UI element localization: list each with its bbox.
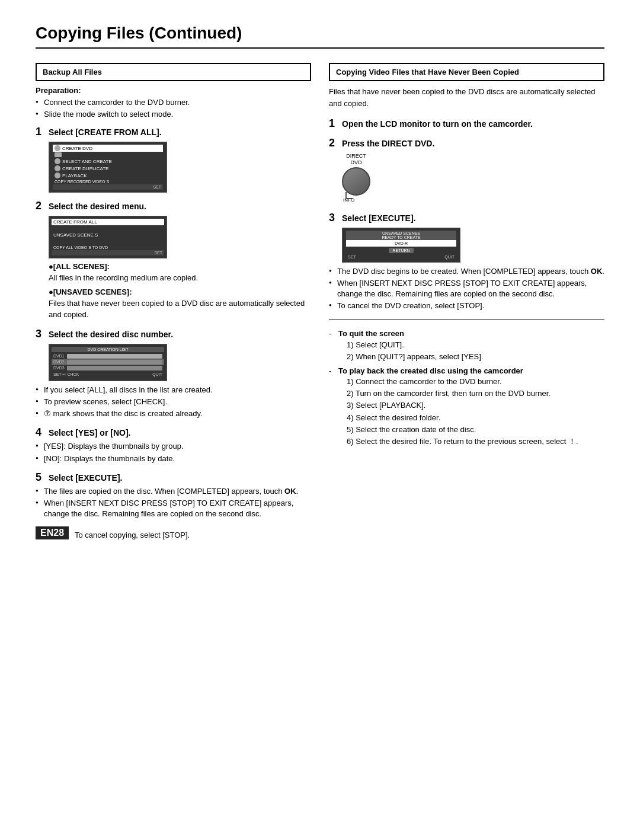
right-step-num-3: 3: [329, 212, 338, 224]
menu-icon: [55, 173, 60, 178]
direct-dvd-label: DIRECTDVD: [342, 153, 370, 166]
right-intro: Files that have never been copied to the…: [329, 86, 604, 109]
step-2: 2 Select the desired menu. CREATE FROM A…: [36, 200, 311, 321]
step-3: 3 Select the desired disc number. DVD CR…: [36, 328, 311, 420]
divider: [329, 320, 604, 320]
step4-bullets: [YES]: Displays the thumbnails by group.…: [36, 441, 311, 464]
screen-row: SELECT AND CREATE: [53, 158, 163, 165]
note-sub-1-2: 2) When [QUIT?] appears, select [YES].: [347, 352, 483, 362]
list-item: The files are copied on the disc. When […: [36, 486, 311, 497]
step-label-1: Select [CREATE FROM ALL].: [49, 127, 162, 137]
note-dash-2: ‑: [329, 366, 335, 376]
screen-1: CREATE DVD SELECT AND CREATE CREATE DUPL…: [49, 142, 167, 193]
step-num-2: 2: [36, 200, 45, 212]
menu-icon: [55, 145, 60, 151]
step-label-5: Select [EXECUTE].: [49, 473, 122, 483]
execute-return-btn[interactable]: RETURN: [389, 248, 413, 253]
screen-row: PLAYBACK: [53, 172, 163, 179]
step-4: 4 Select [YES] or [NO]. [YES]: Displays …: [36, 426, 311, 464]
step3-bullets: If you select [ALL], all discs in the li…: [36, 385, 311, 420]
screen-bottom: SET: [53, 184, 163, 190]
step-1: 1 Select [CREATE FROM ALL]. CREATE DVD S…: [36, 126, 311, 193]
note-sub-1-1: 1) Select [QUIT].: [347, 340, 483, 350]
list-item: Connect the camcorder to the DVD burner.: [36, 97, 311, 108]
disc-bar: [67, 354, 162, 359]
screen-row: [53, 152, 163, 158]
note-sub-2-3: 3) Select [PLAYBACK].: [347, 400, 578, 411]
list-item: If you select [ALL], all discs in the li…: [36, 385, 311, 395]
backup-all-files-header: Backup All Files: [36, 63, 311, 81]
list-item: ⑦ mark shows that the disc is created al…: [36, 408, 311, 419]
list-item: To cancel the DVD creation, select [STOP…: [329, 301, 604, 311]
right-step-label-3: Select [EXECUTE].: [342, 213, 415, 223]
screen-3: DVD CREATION LIST DVD1 DVD2 DVD3 SET ↩ C…: [49, 344, 167, 381]
step-num-5: 5: [36, 471, 45, 484]
disc-bar: [67, 366, 162, 371]
step-5: 5 Select [EXECUTE]. The files are copied…: [36, 471, 311, 520]
disc-bar: [67, 360, 162, 365]
list-item: Slide the mode switch to select mode.: [36, 109, 311, 120]
execute-screen: UNSAVED SCENESREADY TO CREATE DVD-R RETU…: [342, 228, 460, 263]
right-step-label-1: Open the LCD monitor to turn on the camc…: [342, 119, 533, 129]
execute-screen-footer: SETQUIT: [346, 254, 456, 260]
note-item-2: ‑ To play back the created disc using th…: [329, 366, 604, 448]
screen-row: UNSAVED SCENE S: [52, 232, 164, 238]
step-label-4: Select [YES] or [NO].: [49, 428, 130, 437]
note-sub-2-4: 4) Select the desired folder.: [347, 413, 578, 423]
en28-badge: EN28: [36, 526, 69, 539]
screen-row: [52, 225, 164, 232]
menu-icon: [55, 152, 62, 157]
disc-title: DVD CREATION LIST: [52, 347, 164, 352]
disc-footer: SET ↩ CHCKQUIT: [52, 371, 164, 378]
execute-screen-btns: RETURN: [346, 247, 456, 254]
note-sub-2-5: 5) Select the creation date of the disc.: [347, 424, 578, 435]
list-item: When [INSERT NEXT DISC PRESS [STOP] TO E…: [329, 278, 604, 299]
menu-icon: [55, 158, 60, 164]
screen-row: CREATE FROM ALL: [52, 219, 164, 225]
right-step3-bullets: The DVD disc begins to be created. When …: [329, 266, 604, 312]
right-step-3: 3 Select [EXECUTE]. UNSAVED SCENESREADY …: [329, 212, 604, 312]
step-label-2: Select the desired menu.: [49, 202, 146, 211]
screen-row: COPY ALL VIDEO S TO DVD: [52, 245, 164, 250]
all-scenes-text: All files in the recording medium are co…: [49, 272, 311, 284]
disc-row: DVD2: [52, 359, 164, 365]
right-step-label-2: Press the DIRECT DVD.: [342, 139, 434, 148]
page-title: Copying Files (Continued): [36, 24, 604, 49]
list-item: [YES]: Displays the thumbnails by group.: [36, 441, 311, 452]
screen-row: CREATE DUPLICATE: [53, 165, 163, 172]
left-column: Backup All Files Preparation: Connect th…: [36, 63, 311, 539]
note-sub-2-2: 2) Turn on the camcorder first, then tur…: [347, 388, 578, 399]
list-item: To preview scenes, select [CHECK].: [36, 397, 311, 407]
right-step-num-1: 1: [329, 117, 338, 130]
copy-video-header: Copying Video Files that Have Never Been…: [329, 63, 604, 81]
prep-bullets: Connect the camcorder to the DVD burner.…: [36, 97, 311, 120]
step-num-4: 4: [36, 426, 45, 439]
step-label-3: Select the desired disc number.: [49, 330, 173, 339]
note-bold-1: To quit the screen: [338, 328, 483, 339]
screen-row: [52, 238, 164, 245]
right-step-num-2: 2: [329, 137, 338, 149]
note-sub-2-6: 6) Select the desired file. To return to…: [347, 436, 578, 447]
dvd-button[interactable]: [342, 167, 370, 196]
direct-dvd-container: DIRECTDVD INFO: [342, 153, 604, 197]
step-num-1: 1: [36, 126, 45, 138]
screen-row: CREATE DVD: [53, 145, 163, 152]
list-item: When [INSERT NEXT DISC PRESS [STOP] TO E…: [36, 498, 311, 519]
notes-section: ‑ To quit the screen 1) Select [QUIT]. 2…: [329, 328, 604, 448]
disc-row: DVD1: [52, 353, 164, 359]
step5-bullets: The files are copied on the disc. When […: [36, 486, 311, 520]
right-column: Copying Video Files that Have Never Been…: [329, 63, 604, 451]
execute-screen-title: UNSAVED SCENESREADY TO CREATE: [346, 231, 456, 240]
execute-screen-content: DVD-R: [346, 240, 456, 247]
disc-row: DVD3: [52, 365, 164, 371]
note-dash-1: ‑: [329, 328, 335, 339]
menu-icon: [55, 165, 60, 171]
note-bold-2: To play back the created disc using the …: [338, 366, 578, 376]
preparation-label: Preparation:: [36, 86, 311, 95]
footer-text: To cancel copying, select [STOP].: [75, 531, 190, 539]
en28-footer: EN28 To cancel copying, select [STOP].: [36, 526, 311, 539]
right-step-1: 1 Open the LCD monitor to turn on the ca…: [329, 117, 604, 130]
unsaved-scenes-text: Files that have never been copied to a D…: [49, 298, 311, 321]
screen-2: CREATE FROM ALL UNSAVED SCENE S COPY ALL…: [49, 216, 167, 258]
note-item-1: ‑ To quit the screen 1) Select [QUIT]. 2…: [329, 328, 604, 363]
